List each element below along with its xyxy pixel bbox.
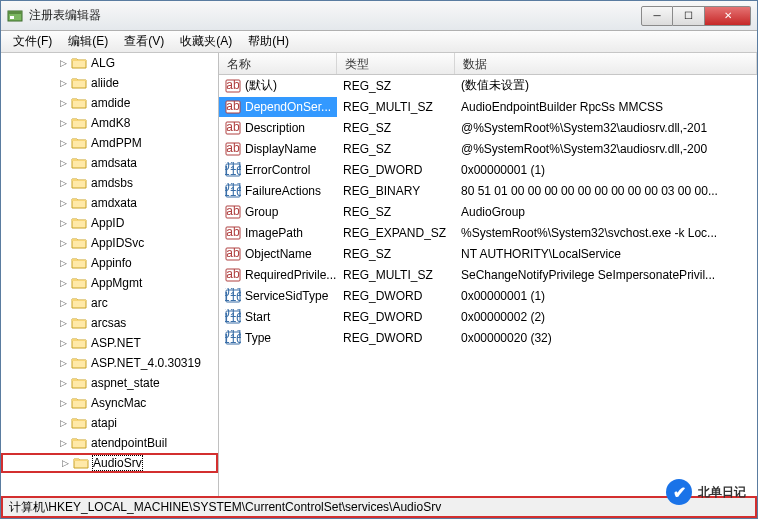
cell-data: @%SystemRoot%\System32\audiosrv.dll,-200 — [455, 140, 757, 158]
value-name: DisplayName — [245, 142, 316, 156]
list-row[interactable]: ab(默认)REG_SZ(数值未设置) — [219, 75, 757, 96]
value-type-icon: 011110 — [225, 330, 241, 346]
svg-text:110: 110 — [225, 290, 241, 304]
cell-data: 80 51 01 00 00 00 00 00 00 00 00 00 03 0… — [455, 182, 757, 200]
list-row[interactable]: abImagePathREG_EXPAND_SZ%SystemRoot%\Sys… — [219, 222, 757, 243]
value-name: FailureActions — [245, 184, 321, 198]
expander-icon[interactable]: ▷ — [57, 57, 69, 69]
header-data[interactable]: 数据 — [455, 53, 757, 74]
expander-icon[interactable]: ▷ — [57, 77, 69, 89]
header-name[interactable]: 名称 — [219, 53, 337, 74]
menu-help[interactable]: 帮助(H) — [240, 31, 297, 52]
list-body[interactable]: ab(默认)REG_SZ(数值未设置)abDependOnSer...REG_M… — [219, 75, 757, 496]
svg-text:ab: ab — [226, 246, 240, 260]
tree-node[interactable]: ▷atendpointBuil — [1, 433, 218, 453]
minimize-button[interactable]: ─ — [641, 6, 673, 26]
expander-icon[interactable]: ▷ — [57, 357, 69, 369]
tree-node[interactable]: ▷amdide — [1, 93, 218, 113]
value-name: ObjectName — [245, 247, 312, 261]
maximize-button[interactable]: ☐ — [673, 6, 705, 26]
tree-node[interactable]: ▷AppIDSvc — [1, 233, 218, 253]
cell-name: 011110ServiceSidType — [219, 286, 337, 306]
cell-type: REG_SZ — [337, 119, 455, 137]
tree-node[interactable]: ▷AmdPPM — [1, 133, 218, 153]
expander-icon[interactable]: ▷ — [59, 457, 71, 469]
menubar: 文件(F) 编辑(E) 查看(V) 收藏夹(A) 帮助(H) — [1, 31, 757, 53]
expander-icon[interactable]: ▷ — [57, 217, 69, 229]
list-row[interactable]: abRequiredPrivile...REG_MULTI_SZSeChange… — [219, 264, 757, 285]
tree-node[interactable]: ▷AppID — [1, 213, 218, 233]
list-row[interactable]: abDescriptionREG_SZ@%SystemRoot%\System3… — [219, 117, 757, 138]
expander-icon[interactable]: ▷ — [57, 137, 69, 149]
cell-data: %SystemRoot%\System32\svchost.exe -k Loc… — [455, 224, 757, 242]
svg-rect-2 — [10, 16, 14, 19]
menu-view[interactable]: 查看(V) — [116, 31, 172, 52]
folder-icon — [71, 216, 87, 230]
cell-data: 0x00000020 (32) — [455, 329, 757, 347]
menu-favorites[interactable]: 收藏夹(A) — [172, 31, 240, 52]
tree-node[interactable]: ▷arcsas — [1, 313, 218, 333]
expander-icon[interactable]: ▷ — [57, 337, 69, 349]
list-row[interactable]: 011110StartREG_DWORD0x00000002 (2) — [219, 306, 757, 327]
expander-icon[interactable]: ▷ — [57, 237, 69, 249]
expander-icon[interactable]: ▷ — [57, 397, 69, 409]
list-row[interactable]: 011110FailureActionsREG_BINARY80 51 01 0… — [219, 180, 757, 201]
svg-text:110: 110 — [225, 311, 241, 325]
cell-data: 0x00000001 (1) — [455, 287, 757, 305]
list-row[interactable]: abDisplayNameREG_SZ@%SystemRoot%\System3… — [219, 138, 757, 159]
expander-icon[interactable]: ▷ — [57, 377, 69, 389]
tree-node[interactable]: ▷aspnet_state — [1, 373, 218, 393]
tree-node[interactable]: ▷ALG — [1, 53, 218, 73]
registry-editor-window: 注册表编辑器 ─ ☐ ✕ 文件(F) 编辑(E) 查看(V) 收藏夹(A) 帮助… — [0, 0, 758, 519]
close-button[interactable]: ✕ — [705, 6, 751, 26]
cell-data: @%SystemRoot%\System32\audiosrv.dll,-201 — [455, 119, 757, 137]
list-row[interactable]: 011110ErrorControlREG_DWORD0x00000001 (1… — [219, 159, 757, 180]
expander-icon[interactable]: ▷ — [57, 437, 69, 449]
titlebar[interactable]: 注册表编辑器 ─ ☐ ✕ — [1, 1, 757, 31]
expander-icon[interactable]: ▷ — [57, 277, 69, 289]
list-row[interactable]: 011110TypeREG_DWORD0x00000020 (32) — [219, 327, 757, 348]
expander-icon[interactable]: ▷ — [57, 117, 69, 129]
cell-type: REG_SZ — [337, 203, 455, 221]
expander-icon[interactable]: ▷ — [57, 97, 69, 109]
tree-node[interactable]: ▷amdsbs — [1, 173, 218, 193]
svg-text:ab: ab — [226, 99, 240, 113]
tree-label: amdxata — [91, 196, 137, 210]
tree-label: AmdK8 — [91, 116, 130, 130]
header-type[interactable]: 类型 — [337, 53, 455, 74]
expander-icon[interactable]: ▷ — [57, 317, 69, 329]
tree-node[interactable]: ▷AppMgmt — [1, 273, 218, 293]
list-row[interactable]: abObjectNameREG_SZNT AUTHORITY\LocalServ… — [219, 243, 757, 264]
tree-node[interactable]: ▷atapi — [1, 413, 218, 433]
tree-node[interactable]: ▷AudioSrv — [1, 453, 218, 473]
value-name: Start — [245, 310, 270, 324]
menu-edit[interactable]: 编辑(E) — [60, 31, 116, 52]
tree-node[interactable]: ▷ASP.NET — [1, 333, 218, 353]
tree-scroll[interactable]: ▷ALG▷aliide▷amdide▷AmdK8▷AmdPPM▷amdsata▷… — [1, 53, 218, 496]
menu-file[interactable]: 文件(F) — [5, 31, 60, 52]
list-row[interactable]: abDependOnSer...REG_MULTI_SZAudioEndpoin… — [219, 96, 757, 117]
tree-node[interactable]: ▷aliide — [1, 73, 218, 93]
value-name: Type — [245, 331, 271, 345]
tree-node[interactable]: ▷ASP.NET_4.0.30319 — [1, 353, 218, 373]
value-type-icon: ab — [225, 246, 241, 262]
cell-type: REG_DWORD — [337, 161, 455, 179]
list-row[interactable]: abGroupREG_SZAudioGroup — [219, 201, 757, 222]
tree-label: AppIDSvc — [91, 236, 144, 250]
tree-node[interactable]: ▷amdxata — [1, 193, 218, 213]
tree-node[interactable]: ▷amdsata — [1, 153, 218, 173]
svg-rect-1 — [8, 11, 22, 14]
cell-name: 011110FailureActions — [219, 181, 337, 201]
expander-icon[interactable]: ▷ — [57, 297, 69, 309]
expander-icon[interactable]: ▷ — [57, 417, 69, 429]
tree-node[interactable]: ▷Appinfo — [1, 253, 218, 273]
tree-node[interactable]: ▷AmdK8 — [1, 113, 218, 133]
expander-icon[interactable]: ▷ — [57, 257, 69, 269]
tree-node[interactable]: ▷AsyncMac — [1, 393, 218, 413]
folder-icon — [71, 436, 87, 450]
tree-node[interactable]: ▷arc — [1, 293, 218, 313]
expander-icon[interactable]: ▷ — [57, 197, 69, 209]
list-row[interactable]: 011110ServiceSidTypeREG_DWORD0x00000001 … — [219, 285, 757, 306]
expander-icon[interactable]: ▷ — [57, 177, 69, 189]
expander-icon[interactable]: ▷ — [57, 157, 69, 169]
